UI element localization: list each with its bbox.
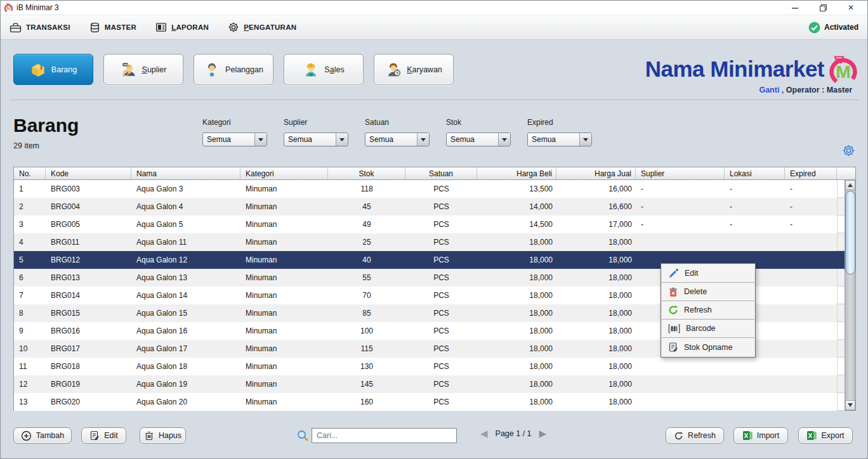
refresh-button[interactable]: Refresh <box>666 427 724 444</box>
filter-stok-dropdown[interactable]: Semua <box>446 133 511 146</box>
vertical-scrollbar[interactable] <box>845 180 855 410</box>
dropdown-value: Semua <box>203 135 254 144</box>
table-row[interactable]: 12BRG019Aqua Galon 19Minuman145PCS18,000… <box>14 375 845 393</box>
edit-button[interactable]: Edit <box>81 427 126 444</box>
column-header-satuan[interactable]: Satuan <box>405 167 477 179</box>
cell-col0: 7 <box>14 287 46 304</box>
context-menu-label: Edit <box>685 269 699 278</box>
context-menu-item-delete[interactable]: Delete <box>662 283 754 301</box>
cell-col1: BRG012 <box>46 251 131 269</box>
cell-col5: PCS <box>405 322 477 340</box>
cell-filler <box>837 393 845 411</box>
chevron-down-icon <box>417 133 429 146</box>
table-row[interactable]: 4BRG011Aqua Galon 11Minuman25PCS18,00018… <box>14 233 845 251</box>
cell-col6: 18,000 <box>477 269 556 287</box>
cell-col7: 18,000 <box>556 375 636 393</box>
cell-col10 <box>785 358 837 375</box>
filter-expired: ExpiredSemua <box>527 118 608 146</box>
cell-col4: 118 <box>328 180 405 198</box>
filter-label: Satuan <box>365 118 446 127</box>
chevron-down-icon <box>579 133 591 146</box>
menu-pengaturan[interactable]: PENGATURAN <box>228 22 296 33</box>
menu-laporan[interactable]: LAPORAN <box>155 22 209 32</box>
column-header-kode[interactable]: Kode <box>46 167 131 179</box>
cell-col3: Minuman <box>240 180 328 198</box>
column-header-suplier[interactable]: Suplier <box>636 167 725 179</box>
search-input[interactable] <box>312 428 457 443</box>
column-header-kategori[interactable]: Kategori <box>240 167 328 179</box>
import-button[interactable]: Import <box>733 427 788 444</box>
cell-col4: 100 <box>328 322 405 340</box>
column-header-stok[interactable]: Stok <box>328 167 405 179</box>
cell-filler <box>837 233 845 251</box>
filter-label: Kategori <box>202 118 284 127</box>
menu-label: TRANSAKSI <box>26 23 70 31</box>
tab-karyawan[interactable]: Karyawan <box>374 54 454 85</box>
edit-doc-icon <box>89 430 100 441</box>
menu-bar: TRANSAKSI MASTER LAPORAN PENGATURAN Acti… <box>1 15 867 40</box>
report-icon <box>155 22 167 32</box>
cell-col2: Aqua Galon 16 <box>131 322 240 340</box>
cell-col2: Aqua Galon 4 <box>131 198 240 216</box>
cell-col5: PCS <box>405 216 477 233</box>
next-page-icon[interactable]: ▶ <box>539 429 547 438</box>
table-row[interactable]: 1BRG003Aqua Galon 3Minuman118PCS13,50016… <box>14 180 845 198</box>
cell-col0: 5 <box>14 251 46 269</box>
check-circle-icon <box>808 22 820 34</box>
menu-master[interactable]: MASTER <box>89 22 136 33</box>
table-settings-gear-icon[interactable] <box>842 144 855 157</box>
filter-satuan-dropdown[interactable]: Semua <box>365 133 430 146</box>
chevron-down-icon <box>254 133 266 146</box>
cell-col7: 16,000 <box>556 180 636 198</box>
filter-suplier-dropdown[interactable]: Semua <box>284 133 348 146</box>
scroll-up-button[interactable] <box>845 180 855 190</box>
tambah-button[interactable]: Tambah <box>13 427 72 444</box>
column-header-harga-beli[interactable]: Harga Beli <box>477 167 556 179</box>
context-menu-item-edit[interactable]: Edit <box>662 264 754 283</box>
close-icon[interactable]: ✕ <box>846 3 855 12</box>
trash-icon <box>144 430 154 441</box>
context-menu-label: Refresh <box>684 306 712 314</box>
column-header-no[interactable]: No. <box>14 167 46 179</box>
cell-col6: 18,000 <box>477 287 556 304</box>
scroll-down-button[interactable] <box>845 400 855 410</box>
ganti-link[interactable]: Ganti , <box>759 86 784 94</box>
context-menu-item-barcode[interactable]: Barcode <box>662 320 754 338</box>
context-menu-item-refresh[interactable]: Refresh <box>662 301 754 320</box>
menu-transaksi[interactable]: TRANSAKSI <box>10 22 70 33</box>
tab-pelanggan[interactable]: Pelanggan <box>194 54 273 85</box>
tab-sales[interactable]: Sales <box>284 54 364 85</box>
tab-barang[interactable]: Barang <box>13 54 93 85</box>
cell-col6: 14,000 <box>477 198 556 216</box>
filter-suplier: SuplierSemua <box>284 118 365 146</box>
tab-label: Barang <box>51 65 77 74</box>
cell-col2: Aqua Galon 20 <box>131 393 240 411</box>
chevron-down-icon <box>498 133 510 146</box>
minimize-icon[interactable] <box>791 3 799 12</box>
page-title: Barang <box>13 115 79 136</box>
cell-col6: 18,000 <box>477 393 556 411</box>
column-header-lokasi[interactable]: Lokasi <box>725 167 785 179</box>
restore-icon[interactable] <box>819 3 827 12</box>
context-menu-item-stok-opname[interactable]: Stok Opname <box>662 338 754 356</box>
prev-page-icon[interactable]: ◀ <box>480 429 488 438</box>
cell-filler <box>837 322 845 340</box>
table-row[interactable]: 3BRG005Aqua Galon 5Minuman49PCS14,50017,… <box>14 216 845 233</box>
filter-expired-dropdown[interactable]: Semua <box>527 133 592 146</box>
tab-suplier[interactable]: Suplier <box>103 54 183 85</box>
cell-col2: Aqua Galon 15 <box>131 304 240 322</box>
cell-filler <box>837 340 845 358</box>
cell-col5: PCS <box>405 375 477 393</box>
table-row[interactable]: 13BRG020Aqua Galon 20Minuman160PCS18,000… <box>14 393 845 411</box>
scrollbar-thumb[interactable] <box>845 191 855 275</box>
export-button[interactable]: Export <box>798 427 853 444</box>
column-header-nama[interactable]: Nama <box>131 167 240 179</box>
table-row[interactable]: 11BRG018Aqua Galon 18Minuman130PCS18,000… <box>14 358 845 375</box>
table-row[interactable]: 2BRG004Aqua Galon 4Minuman45PCS14,00016,… <box>14 198 845 216</box>
cell-col3: Minuman <box>240 287 328 304</box>
cell-col6: 18,000 <box>477 322 556 340</box>
filter-kategori-dropdown[interactable]: Semua <box>202 133 267 146</box>
hapus-button[interactable]: Hapus <box>140 427 186 444</box>
column-header-expired[interactable]: Expired <box>785 167 837 179</box>
column-header-harga-jual[interactable]: Harga Jual <box>556 167 636 179</box>
